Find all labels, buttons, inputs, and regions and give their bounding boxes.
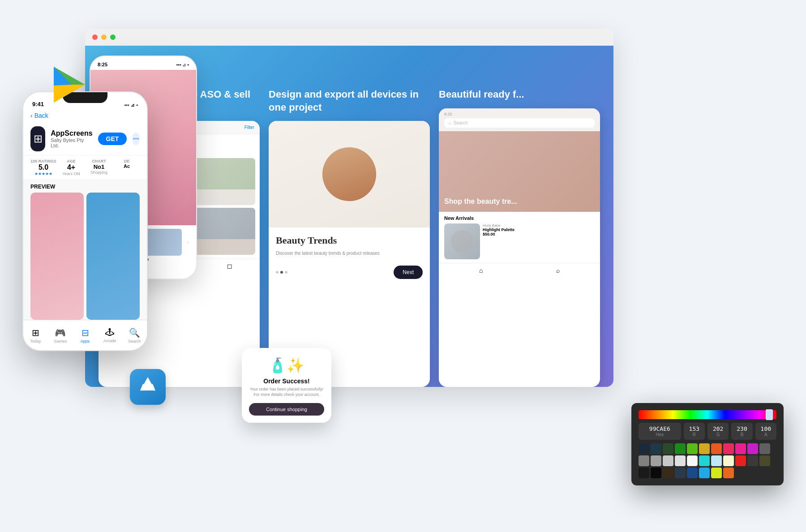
iphone-main: 9:41 ▪▪▪ ⊿ ▪ ‹ Back ⊞ App [22, 91, 148, 351]
dot-1 [276, 271, 279, 274]
arrival-brand: Hurly Babe [483, 223, 595, 227]
swatch-22[interactable] [639, 468, 649, 478]
r-input[interactable]: 153 R [684, 423, 705, 440]
browser-minimize-dot[interactable] [101, 34, 107, 40]
a-label: A [759, 432, 773, 437]
today-icon: ⊞ [32, 327, 39, 338]
r-label: R [687, 432, 701, 437]
app-meta: AppScreens Salty Bytes Pty Ltd. [51, 129, 92, 148]
color-spectrum[interactable] [639, 410, 776, 419]
feature-headline-3: Beautiful ready f... [439, 84, 600, 101]
swatch-5[interactable] [699, 443, 710, 454]
app-name: AppScreens [51, 129, 92, 137]
signal-icon: ▪▪▪ [124, 103, 129, 107]
search-icon-shop: ⌕ [449, 120, 451, 125]
swatch-8[interactable] [735, 443, 746, 454]
app-store-nav: ‹ Back [23, 110, 147, 123]
continue-shopping-button[interactable]: Continue shopping [249, 403, 324, 416]
dev-label: DE [124, 159, 130, 163]
new-arrivals-label: New Arrivals [444, 215, 595, 221]
ratings-row: 100 RATINGS 5.0 ★★★★★ AGE 4+ Years Old C… [23, 155, 147, 180]
beauty-dots [276, 271, 287, 274]
swatch-24[interactable] [663, 468, 673, 478]
status-time: 9:41 [32, 101, 44, 107]
hex-input[interactable]: 99CAE6 Hex [639, 423, 681, 440]
swatch-21[interactable] [759, 455, 770, 466]
swatch-19[interactable] [735, 455, 746, 466]
nav-games[interactable]: 🎮 Games [48, 325, 73, 346]
dev-value: Ac [124, 163, 130, 169]
swatch-17[interactable] [711, 455, 722, 466]
home-icon-shop[interactable]: ⌂ [479, 267, 483, 274]
a-input[interactable]: 100 A [755, 423, 776, 440]
more-button[interactable]: ··· [132, 133, 140, 145]
swatch-14[interactable] [675, 455, 686, 466]
swatch-10[interactable] [759, 443, 770, 454]
swatch-13[interactable] [663, 455, 673, 466]
browser-maximize-dot[interactable] [110, 34, 116, 40]
wifi-icon: ⊿ [131, 103, 134, 107]
bag-icon-makeup[interactable]: ◻ [227, 262, 232, 270]
nav-search[interactable]: 🔍 Search [122, 325, 147, 346]
color-inputs: 99CAE6 Hex 153 R 202 G 230 B 100 A [639, 423, 776, 440]
preview-label: PREVIEW [23, 180, 147, 193]
preview-screenshots [23, 193, 147, 320]
swatch-3[interactable] [675, 443, 686, 454]
ratings-value: 5.0 [39, 163, 48, 172]
swatch-27[interactable] [699, 468, 710, 478]
nav-search-label: Search [128, 339, 141, 343]
swatch-16[interactable] [699, 455, 710, 466]
search-icon-nav: 🔍 [129, 327, 140, 338]
swatch-0[interactable] [639, 443, 649, 454]
swatch-12[interactable] [651, 455, 661, 466]
arcade-icon: 🕹 [105, 327, 114, 338]
g-input[interactable]: 202 G [707, 423, 729, 440]
app-icon: ⊞ [30, 126, 45, 151]
next-button[interactable]: Next [394, 266, 423, 279]
swatch-20[interactable] [747, 455, 758, 466]
app-info-row: ⊞ AppScreens Salty Bytes Pty Ltd. GET ··… [23, 123, 147, 155]
swatch-6[interactable] [711, 443, 722, 454]
arrival-info: Hurly Babe Highlight Palette $50.00 [483, 223, 595, 259]
swatch-18[interactable] [723, 455, 734, 466]
nav-arcade[interactable]: 🕹 Arcade [98, 325, 122, 346]
swatch-25[interactable] [675, 468, 686, 478]
beauty-nav: Next [276, 266, 423, 279]
swatch-1[interactable] [651, 443, 661, 454]
search-icon-shop-nav[interactable]: ⌕ [556, 267, 560, 274]
new-arrivals-section: New Arrivals Hurly Babe Highlight Palet [439, 212, 600, 263]
ratings-col: 100 RATINGS 5.0 ★★★★★ [30, 159, 56, 176]
swatch-26[interactable] [687, 468, 698, 478]
swatch-29[interactable] [723, 468, 734, 478]
g-value: 202 [711, 425, 725, 432]
get-button[interactable]: GET [98, 133, 127, 145]
success-title: Order Success! [263, 378, 310, 385]
chart-col: CHART No1 Shopping [86, 159, 112, 176]
arrival-1-img [444, 223, 480, 259]
back-label: Back [34, 112, 48, 119]
spectrum-handle[interactable] [766, 409, 773, 420]
nav-today[interactable]: ⊞ Today [23, 325, 48, 346]
swatch-2[interactable] [663, 443, 673, 454]
swatch-4[interactable] [687, 443, 698, 454]
beauty-portrait [322, 147, 376, 201]
swatch-7[interactable] [723, 443, 734, 454]
swatch-28[interactable] [711, 468, 722, 478]
nav-apps[interactable]: ⊟ Apps [73, 325, 97, 346]
browser-close-dot[interactable] [92, 34, 98, 40]
b-input[interactable]: 230 B [731, 423, 752, 440]
shop-search-bar[interactable]: ⌕ Search [444, 118, 595, 128]
swatch-15[interactable] [687, 455, 698, 466]
sec-status-icons: ▪▪▪⊿▪ [176, 62, 189, 67]
bottom-nav: ⊞ Today 🎮 Games ⊟ Apps 🕹 Arcade 🔍 S [23, 320, 147, 350]
swatch-11[interactable] [639, 455, 649, 466]
screenshot-2 [86, 193, 140, 320]
swatch-9[interactable] [747, 443, 758, 454]
dev-col: DE Ac [114, 159, 140, 176]
games-icon: 🎮 [55, 327, 66, 338]
back-link[interactable]: ‹ Back [30, 112, 140, 119]
swatch-23[interactable] [651, 468, 661, 478]
battery-icon: ▪ [136, 103, 138, 107]
nav-games-label: Games [54, 339, 67, 343]
arrival-1[interactable] [444, 223, 480, 259]
